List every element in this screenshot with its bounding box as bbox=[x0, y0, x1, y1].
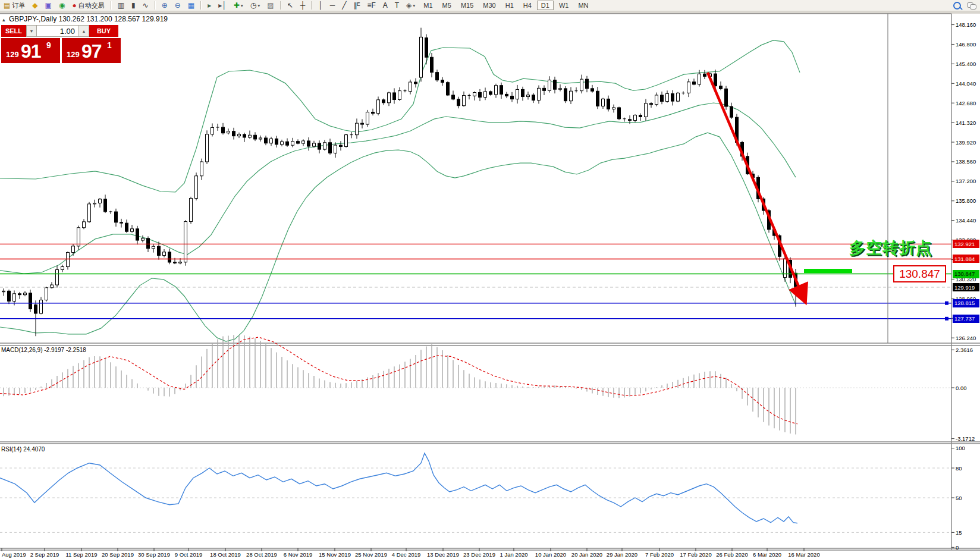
date-tick: 18 Oct 2019 bbox=[210, 551, 241, 558]
date-tick: 10 Jan 2020 bbox=[535, 551, 566, 558]
price-tick-148.160: 148.160 bbox=[956, 21, 979, 28]
date-tick: 17 Feb 2020 bbox=[680, 551, 711, 558]
price-tick-145.400: 145.400 bbox=[956, 61, 979, 67]
price-tick-126.240: 126.240 bbox=[956, 335, 979, 341]
bollinger-bands bbox=[0, 40, 800, 341]
price-tick-146.800: 146.800 bbox=[956, 41, 979, 48]
date-tick: 7 Feb 2020 bbox=[645, 551, 674, 558]
price-tick-139.920: 139.920 bbox=[956, 139, 979, 146]
support-highlight-bar[interactable] bbox=[804, 269, 852, 273]
date-tick: 25 Nov 2019 bbox=[355, 551, 387, 558]
price-box-128.815: 128.815 bbox=[953, 299, 979, 307]
sell-price-prefix: 129 bbox=[6, 50, 19, 59]
date-tick: 9 Oct 2019 bbox=[175, 551, 202, 558]
sell-button[interactable]: SELL bbox=[1, 25, 26, 37]
date-tick: 26 Feb 2020 bbox=[716, 551, 747, 558]
price-tick-135.800: 135.800 bbox=[956, 197, 979, 204]
chinese-annotation[interactable]: 多空转折点 bbox=[849, 237, 932, 259]
symbol-icon: ▴ bbox=[2, 17, 5, 23]
price-tick-138.560: 138.560 bbox=[956, 158, 979, 165]
symbol-period-label: GBPJPY-,Daily bbox=[9, 15, 56, 23]
horizontal-line-objects[interactable] bbox=[0, 244, 951, 320]
date-tick: Aug 2019 bbox=[2, 551, 26, 558]
rsi-tick-80: 80 bbox=[956, 465, 979, 472]
date-tick: 29 Jan 2020 bbox=[607, 551, 637, 558]
price-tick-137.200: 137.200 bbox=[956, 178, 979, 184]
one-click-trading-panel: SELL ▼ ▲ BUY 129 91 9 129 97 1 bbox=[1, 25, 121, 63]
price-box-129.919: 129.919 bbox=[953, 283, 979, 291]
rsi-line bbox=[0, 453, 797, 523]
date-tick: 6 Nov 2019 bbox=[284, 551, 313, 558]
date-tick: 11 Sep 2019 bbox=[65, 551, 97, 558]
buy-price-main: 97 bbox=[81, 40, 102, 62]
price-tick-142.680: 142.680 bbox=[956, 100, 979, 106]
sell-price-pip: 9 bbox=[46, 40, 51, 50]
price-tick-141.320: 141.320 bbox=[956, 120, 979, 126]
rsi-tick-15: 15 bbox=[956, 529, 979, 536]
price-callout-label[interactable]: 130.847 bbox=[893, 265, 946, 282]
macd-indicator-label: MACD(12,26,9) -2.9197 -2.2518 bbox=[1, 347, 86, 353]
buy-price-box[interactable]: 129 97 1 bbox=[62, 38, 121, 63]
sell-price-main: 91 bbox=[21, 40, 41, 62]
volume-input[interactable] bbox=[37, 25, 78, 37]
price-box-131.884: 131.884 bbox=[953, 255, 979, 263]
macd-tick--3.1712: -3.1712 bbox=[956, 435, 979, 442]
trade-panel-controls: SELL ▼ ▲ BUY bbox=[1, 25, 121, 37]
trade-panel-prices: 129 91 9 129 97 1 bbox=[1, 38, 121, 63]
date-tick: 1 Jan 2020 bbox=[500, 551, 527, 558]
date-tick: 6 Mar 2020 bbox=[753, 551, 781, 558]
date-tick: 16 Mar 2020 bbox=[788, 551, 819, 558]
date-tick: 28 Oct 2019 bbox=[246, 551, 277, 558]
date-tick: 15 Nov 2019 bbox=[319, 551, 351, 558]
price-box-132.921: 132.921 bbox=[953, 240, 979, 248]
price-tick-134.440: 134.440 bbox=[956, 217, 979, 224]
sell-price-box[interactable]: 129 91 9 bbox=[1, 38, 60, 63]
bollinger-lower-band bbox=[0, 133, 796, 341]
date-tick: 30 Sep 2019 bbox=[138, 551, 170, 558]
buy-price-prefix: 129 bbox=[67, 50, 80, 59]
bollinger-middle-band bbox=[0, 103, 796, 274]
price-box-130.847: 130.847 bbox=[953, 270, 979, 278]
chart-title: ▴ GBPJPY-,Daily 130.262 131.200 128.567 … bbox=[2, 15, 168, 23]
bollinger-upper-band bbox=[0, 40, 800, 192]
candles bbox=[2, 28, 797, 337]
volume-down-stepper[interactable]: ▼ bbox=[26, 25, 37, 37]
hline-handle-128.815 bbox=[945, 302, 948, 305]
price-box-127.737: 127.737 bbox=[953, 315, 979, 323]
mt4-window: ▤订单◆▣◉●自动交易▥▮∿⊕⊖▦▸▸│✚▾◷▾▨↖┼│─╱∥ᴱ≡FAT◈▾M1… bbox=[0, 0, 980, 559]
date-tick: 23 Dec 2019 bbox=[463, 551, 495, 558]
macd-pane[interactable] bbox=[0, 335, 951, 434]
buy-button[interactable]: BUY bbox=[89, 25, 118, 37]
chart-surface[interactable] bbox=[0, 0, 980, 559]
axis-ticks bbox=[2, 25, 954, 551]
hline-handle-127.737 bbox=[945, 317, 948, 321]
date-tick: 13 Dec 2019 bbox=[427, 551, 459, 558]
macd-tick-0.00: 0.00 bbox=[956, 385, 979, 391]
rsi-pane[interactable] bbox=[0, 453, 951, 532]
rsi-tick-50: 50 bbox=[956, 495, 979, 501]
rsi-indicator-label: RSI(14) 24.4070 bbox=[1, 446, 45, 453]
volume-up-stepper[interactable]: ▲ bbox=[78, 25, 89, 37]
buy-price-pip: 1 bbox=[107, 40, 112, 50]
macd-tick-2.3616: 2.3616 bbox=[956, 347, 979, 353]
rsi-tick-100: 100 bbox=[956, 445, 979, 451]
date-tick: 20 Jan 2020 bbox=[571, 551, 602, 558]
rsi-tick-0: 0 bbox=[956, 544, 979, 551]
price-tick-144.040: 144.040 bbox=[956, 80, 979, 87]
date-tick: 4 Dec 2019 bbox=[392, 551, 421, 558]
ohlc-values: 130.262 131.200 128.567 129.919 bbox=[58, 15, 168, 23]
date-tick: 2 Sep 2019 bbox=[30, 551, 59, 558]
trend-arrow[interactable] bbox=[708, 73, 805, 300]
date-tick: 20 Sep 2019 bbox=[102, 551, 134, 558]
